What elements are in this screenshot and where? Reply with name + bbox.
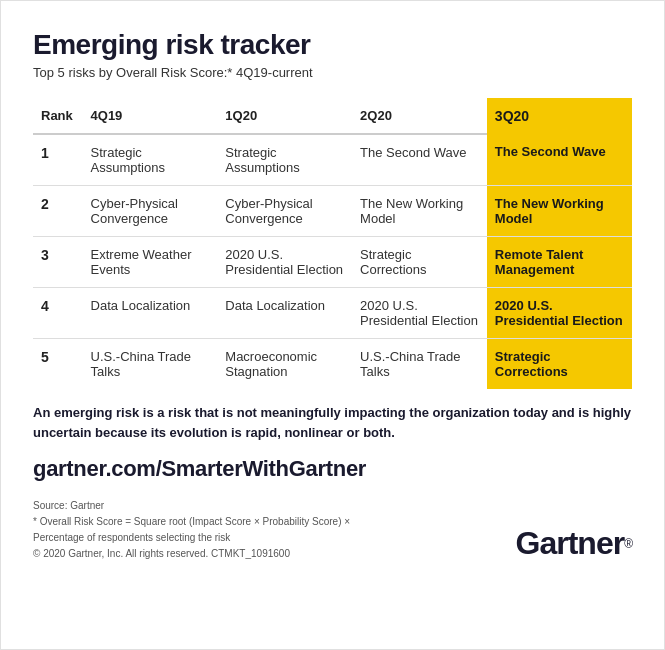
- gartner-logo: Gartner®: [516, 525, 632, 562]
- cell-rank: 4: [33, 288, 83, 339]
- cell-2q20: 2020 U.S. Presidential Election: [352, 288, 487, 339]
- footnote-bold: An emerging risk is a risk that is not m…: [33, 403, 632, 442]
- cell-rank: 2: [33, 186, 83, 237]
- col-header-2q20: 2Q20: [352, 98, 487, 134]
- cell-3q20: Strategic Corrections: [487, 339, 632, 390]
- cell-3q20: Remote Talent Management: [487, 237, 632, 288]
- cell-4q19: Cyber-Physical Convergence: [83, 186, 218, 237]
- cell-2q20: The Second Wave: [352, 134, 487, 186]
- cell-rank: 5: [33, 339, 83, 390]
- col-header-3q20: 3Q20: [487, 98, 632, 134]
- footer-source: Source: Gartner: [33, 498, 350, 514]
- cell-4q19: U.S.-China Trade Talks: [83, 339, 218, 390]
- cell-rank: 3: [33, 237, 83, 288]
- website-link[interactable]: gartner.com/SmarterWithGartner: [33, 456, 632, 482]
- footer-note1: * Overall Risk Score = Square root (Impa…: [33, 514, 350, 530]
- cell-4q19: Strategic Assumptions: [83, 134, 218, 186]
- cell-2q20: U.S.-China Trade Talks: [352, 339, 487, 390]
- cell-1q20: 2020 U.S. Presidential Election: [217, 237, 352, 288]
- cell-4q19: Extreme Weather Events: [83, 237, 218, 288]
- table-row: 3Extreme Weather Events2020 U.S. Preside…: [33, 237, 632, 288]
- cell-4q19: Data Localization: [83, 288, 218, 339]
- cell-2q20: The New Working Model: [352, 186, 487, 237]
- cell-2q20: Strategic Corrections: [352, 237, 487, 288]
- col-header-rank: Rank: [33, 98, 83, 134]
- table-row: 2Cyber-Physical ConvergenceCyber-Physica…: [33, 186, 632, 237]
- page-container: Emerging risk tracker Top 5 risks by Ove…: [0, 0, 665, 650]
- footer-note3: © 2020 Gartner, Inc. All rights reserved…: [33, 546, 350, 562]
- table-row: 4Data LocalizationData Localization2020 …: [33, 288, 632, 339]
- risk-table: Rank 4Q19 1Q20 2Q20 3Q20 1Strategic Assu…: [33, 98, 632, 389]
- cell-1q20: Macroeconomic Stagnation: [217, 339, 352, 390]
- col-header-4q19: 4Q19: [83, 98, 218, 134]
- page-title: Emerging risk tracker: [33, 29, 632, 61]
- table-row: 5U.S.-China Trade TalksMacroeconomic Sta…: [33, 339, 632, 390]
- col-header-1q20: 1Q20: [217, 98, 352, 134]
- cell-3q20: The New Working Model: [487, 186, 632, 237]
- cell-1q20: Cyber-Physical Convergence: [217, 186, 352, 237]
- cell-3q20: The Second Wave: [487, 134, 632, 186]
- footer-note2: Percentage of respondents selecting the …: [33, 530, 350, 546]
- footer-notes: Source: Gartner * Overall Risk Score = S…: [33, 498, 350, 562]
- cell-3q20: 2020 U.S. Presidential Election: [487, 288, 632, 339]
- table-row: 1Strategic AssumptionsStrategic Assumpti…: [33, 134, 632, 186]
- cell-1q20: Strategic Assumptions: [217, 134, 352, 186]
- cell-rank: 1: [33, 134, 83, 186]
- footer-row: Source: Gartner * Overall Risk Score = S…: [33, 498, 632, 562]
- registered-mark: ®: [624, 537, 632, 551]
- cell-1q20: Data Localization: [217, 288, 352, 339]
- gartner-logo-text: Gartner: [516, 525, 625, 562]
- page-subtitle: Top 5 risks by Overall Risk Score:* 4Q19…: [33, 65, 632, 80]
